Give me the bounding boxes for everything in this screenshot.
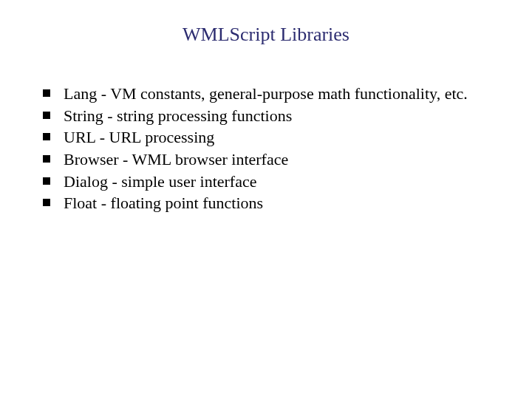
svg-rect-3 <box>43 155 50 163</box>
list-item: Float - floating point functions <box>43 192 502 214</box>
square-bullet-icon <box>43 105 64 119</box>
square-bullet-icon <box>43 192 64 206</box>
square-bullet-icon <box>43 83 64 97</box>
svg-rect-4 <box>43 177 50 185</box>
list-item-text: URL - URL processing <box>64 126 502 149</box>
square-bullet-icon <box>43 149 64 163</box>
list-item: Dialog - simple user interface <box>43 171 502 193</box>
svg-rect-1 <box>43 112 50 119</box>
square-bullet-icon <box>43 126 64 140</box>
slide: WMLScript Libraries Lang - VM constants,… <box>0 0 532 399</box>
slide-title: WMLScript Libraries <box>0 24 532 46</box>
list-item: Browser - WML browser interface <box>43 149 502 171</box>
svg-rect-2 <box>43 133 50 140</box>
list-item-text: Dialog - simple user interface <box>64 171 502 193</box>
list-item: String - string processing functions <box>43 105 502 127</box>
list-item-text: String - string processing functions <box>64 105 502 127</box>
svg-rect-0 <box>43 89 50 97</box>
svg-rect-5 <box>43 199 50 206</box>
list-item-text: Lang - VM constants, general-purpose mat… <box>64 83 502 105</box>
list-item: Lang - VM constants, general-purpose mat… <box>43 83 502 105</box>
list-item-text: Float - floating point functions <box>64 192 502 214</box>
list-item: URL - URL processing <box>43 126 502 149</box>
square-bullet-icon <box>43 171 64 185</box>
list-item-text: Browser - WML browser interface <box>64 149 502 171</box>
bullet-list: Lang - VM constants, general-purpose mat… <box>43 83 502 214</box>
